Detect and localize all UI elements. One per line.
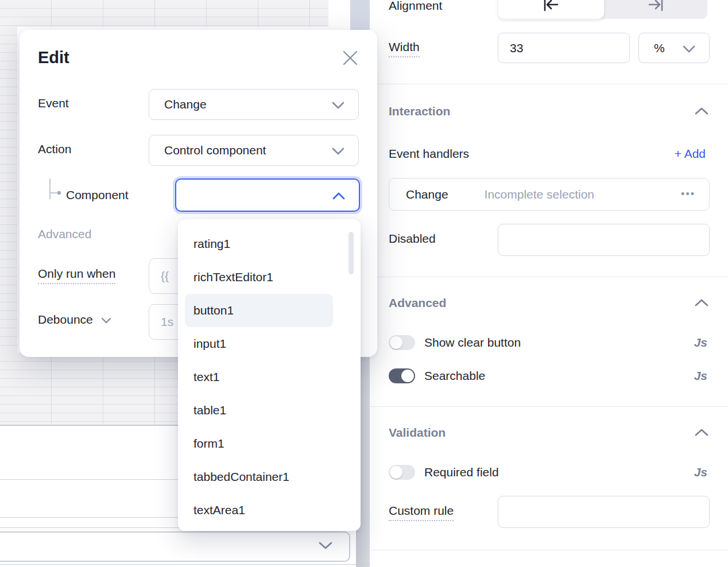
chevron-up-icon: [332, 192, 345, 200]
event-label: Event: [38, 96, 69, 110]
align-right-icon: [648, 0, 665, 11]
disabled-label: Disabled: [389, 232, 436, 246]
tree-branch-icon: [47, 178, 63, 205]
event-select[interactable]: Change: [149, 89, 359, 120]
validation-header: Validation: [389, 426, 446, 440]
canvas-divider: [0, 564, 370, 565]
dropdown-item[interactable]: button1: [185, 294, 333, 327]
chevron-down-icon: [318, 541, 333, 550]
section-divider: [370, 406, 728, 407]
section-divider: [370, 84, 728, 84]
dropdown-item[interactable]: text1: [185, 360, 333, 394]
more-icon[interactable]: •••: [681, 188, 695, 200]
debounce-label[interactable]: Debounce: [38, 313, 111, 327]
action-select[interactable]: Control component: [149, 135, 359, 166]
component-select[interactable]: [175, 178, 360, 212]
disabled-input[interactable]: [498, 224, 710, 256]
event-handlers-label: Event handlers: [389, 147, 469, 161]
dropdown-item[interactable]: textArea1: [185, 494, 333, 527]
event-select-value: Change: [149, 98, 207, 111]
chevron-up-icon: [695, 107, 708, 115]
dropdown-scrollbar[interactable]: [348, 232, 354, 274]
align-left-button[interactable]: [498, 0, 604, 19]
component-dropdown: rating1 richTextEditor1 button1 input1 t…: [178, 219, 361, 531]
dropdown-item[interactable]: form1: [185, 427, 333, 460]
align-left-icon: [542, 0, 559, 11]
show-clear-button-label: Show clear button: [424, 336, 521, 349]
advanced-section-label: Advanced: [38, 227, 91, 241]
chevron-down-icon: [101, 317, 111, 324]
custom-rule-input[interactable]: [498, 496, 710, 528]
dropdown-item[interactable]: table1: [185, 394, 333, 427]
js-toggle-badge[interactable]: Js: [694, 369, 707, 383]
show-clear-button-toggle[interactable]: [389, 335, 415, 350]
add-event-handler-button[interactable]: + Add: [675, 147, 706, 161]
advanced-collapse-button[interactable]: [695, 298, 708, 312]
interaction-header: Interaction: [389, 104, 450, 118]
validation-collapse-button[interactable]: [695, 428, 708, 442]
action-select-value: Control component: [149, 143, 266, 157]
js-toggle-badge[interactable]: Js: [694, 465, 707, 479]
advanced-header: Advanced: [389, 296, 446, 310]
chevron-down-icon: [332, 102, 344, 109]
custom-rule-label: Custom rule: [389, 504, 454, 518]
chevron-up-icon: [695, 428, 708, 436]
width-input[interactable]: [498, 33, 630, 63]
alignment-segmented-control: [498, 0, 707, 19]
align-right-button[interactable]: [604, 0, 707, 19]
inspector-panel: Alignment Width % Interaction: [370, 0, 728, 567]
action-label: Action: [38, 142, 71, 156]
chevron-down-icon: [332, 147, 344, 155]
spreadsheet-grid: [0, 0, 328, 27]
width-label: Width: [389, 40, 420, 54]
close-button[interactable]: [342, 49, 360, 68]
section-divider: [370, 550, 728, 550]
searchable-toggle[interactable]: [389, 368, 415, 383]
chevron-down-icon: [683, 45, 695, 53]
required-field-label: Required field: [424, 465, 499, 479]
close-icon: [342, 49, 359, 67]
handler-status: Incomplete selection: [485, 188, 594, 201]
handler-event: Change: [406, 188, 448, 201]
component-label: Component: [66, 188, 129, 202]
width-unit-value: %: [639, 41, 665, 55]
spreadsheet-grid: [0, 27, 17, 357]
dropdown-item[interactable]: input1: [185, 327, 333, 360]
section-divider: [370, 277, 728, 277]
dropdown-item[interactable]: rating1: [185, 227, 333, 261]
searchable-label: Searchable: [424, 369, 485, 383]
event-handler-row[interactable]: Change Incomplete selection •••: [389, 178, 710, 211]
canvas-select-widget[interactable]: [0, 531, 350, 562]
only-run-when-label: Only run when: [38, 267, 115, 281]
width-unit-select[interactable]: %: [638, 33, 710, 63]
alignment-label: Alignment: [389, 0, 442, 13]
dropdown-item[interactable]: tabbedContainer1: [185, 460, 333, 494]
dropdown-item[interactable]: richTextEditor1: [185, 261, 333, 294]
selected-column-strip: [350, 0, 370, 30]
modal-title: Edit: [38, 48, 69, 67]
chevron-up-icon: [695, 298, 708, 306]
js-toggle-badge[interactable]: Js: [694, 336, 707, 349]
required-field-toggle[interactable]: [389, 465, 415, 480]
interaction-collapse-button[interactable]: [695, 107, 708, 121]
